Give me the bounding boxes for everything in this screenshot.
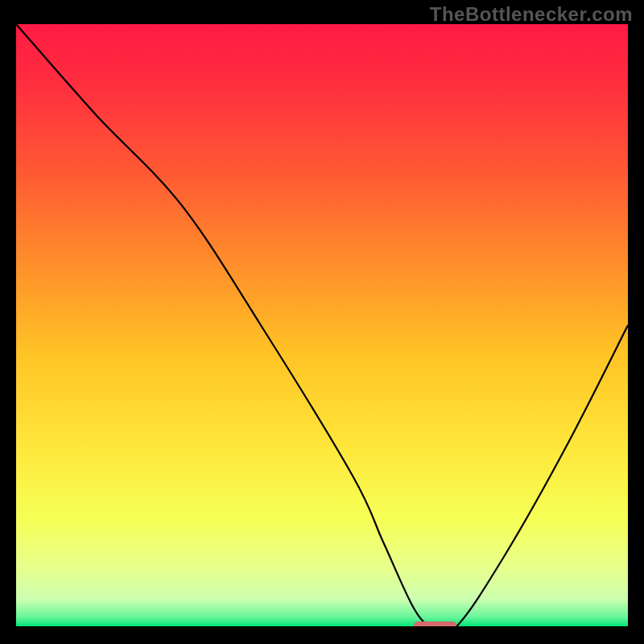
plot-area	[16, 24, 628, 626]
optimum-marker	[414, 621, 456, 626]
bottleneck-chart	[16, 24, 628, 626]
chart-frame: TheBottlenecker.com	[0, 0, 644, 644]
watermark-text: TheBottlenecker.com	[430, 3, 633, 26]
gradient-background	[16, 24, 628, 626]
